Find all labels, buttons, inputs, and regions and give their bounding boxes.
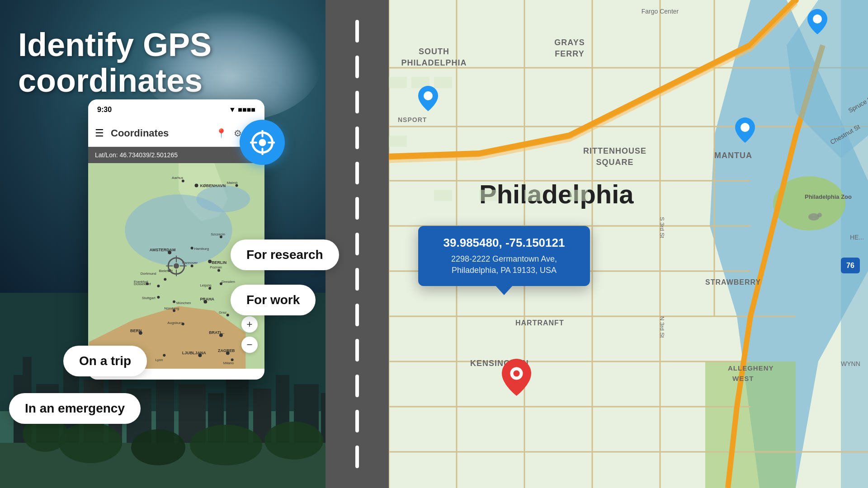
map-pin-2[interactable] [418, 86, 438, 113]
svg-point-155 [424, 91, 433, 100]
svg-rect-3 [23, 357, 32, 375]
svg-point-154 [813, 14, 822, 23]
svg-text:Milano: Milano [223, 361, 234, 365]
svg-point-28 [182, 180, 184, 183]
phone-toolbar: ☰ Coordinates 📍 ⚙ ⋮ [88, 120, 264, 147]
svg-point-40 [157, 296, 160, 299]
svg-text:N 3rd St: N 3rd St [659, 316, 665, 338]
location-info-popup: 39.985480, -75.150121 2298-2222 Germanto… [418, 226, 590, 286]
svg-text:HE...: HE... [850, 234, 864, 241]
svg-text:Aarhus: Aarhus [172, 176, 183, 180]
phone-status-bar: 9:30 ▼ ■■■■ [88, 99, 264, 120]
svg-text:PHILADELPHIA: PHILADELPHIA [401, 58, 467, 67]
svg-text:Lyon: Lyon [156, 358, 163, 362]
svg-text:Poznan: Poznan [210, 265, 222, 269]
zoom-out-button[interactable]: − [241, 337, 258, 353]
svg-text:MANTUA: MANTUA [714, 151, 752, 160]
svg-text:LJUBLJANA: LJUBLJANA [182, 351, 206, 355]
svg-rect-147 [389, 136, 407, 147]
svg-point-22 [264, 422, 323, 460]
svg-text:FERRY: FERRY [555, 49, 584, 58]
svg-text:HARTRANFT: HARTRANFT [515, 319, 564, 327]
svg-point-156 [741, 123, 750, 132]
blue-pin-2-icon [418, 86, 438, 111]
svg-text:AMSTERDAM: AMSTERDAM [150, 248, 176, 252]
svg-point-19 [59, 422, 122, 463]
coordinates-text: Lat/Lon: 46.734039/2.501265 [95, 151, 178, 159]
svg-text:München: München [176, 301, 191, 305]
svg-text:Dresden: Dresden [222, 280, 235, 284]
phone-mockup: 9:30 ▼ ■■■■ ☰ Coordinates 📍 ⚙ ⋮ Lat/Lon:… [88, 99, 264, 380]
popup-coordinates: 39.985480, -75.150121 [432, 236, 576, 250]
svg-point-25 [197, 185, 250, 212]
phone-time: 9:30 [97, 106, 112, 114]
chip-emergency: In an emergency [9, 393, 141, 424]
svg-point-158 [514, 371, 520, 377]
svg-text:PRAHA: PRAHA [200, 297, 214, 301]
headline: Identify GPS coordinates [18, 27, 212, 99]
svg-text:Leipzig: Leipzig [200, 283, 211, 287]
svg-text:BERN: BERN [130, 328, 142, 333]
map-pin-red[interactable] [502, 359, 531, 398]
hamburger-icon[interactable]: ☰ [95, 127, 104, 139]
svg-point-64 [157, 285, 160, 287]
svg-text:SQUARE: SQUARE [596, 158, 633, 167]
svg-text:Augsburg: Augsburg [167, 321, 183, 325]
svg-text:RITTENHOUSE: RITTENHOUSE [583, 146, 646, 155]
svg-text:Nürnberg: Nürnberg [164, 306, 179, 310]
svg-rect-151 [570, 190, 588, 201]
svg-rect-148 [434, 190, 452, 201]
svg-text:ZAGREB: ZAGREB [218, 348, 235, 353]
app-title: Coordinates [111, 127, 209, 139]
svg-point-58 [191, 265, 193, 267]
svg-text:Fargo Center: Fargo Center [642, 8, 679, 15]
svg-text:76: 76 [846, 262, 854, 269]
svg-text:S 3rd St: S 3rd St [659, 217, 665, 238]
crosshair-icon [250, 130, 275, 155]
right-panel: SOUTH PHILADELPHIA GRAYS FERRY NSPORT RI… [344, 0, 868, 488]
gps-locate-button[interactable] [240, 120, 285, 165]
svg-point-42 [173, 300, 175, 303]
svg-point-83 [174, 263, 179, 269]
chip-on-a-trip: On a trip [63, 346, 147, 376]
map-pin-1[interactable] [807, 9, 827, 36]
svg-text:ALLEGHENY: ALLEGHENY [728, 364, 774, 372]
svg-text:KØBENHAVN: KØBENHAVN [200, 183, 226, 188]
left-panel: Identify GPS coordinates 9:30 ▼ ■■■■ ☰ C… [0, 0, 344, 488]
svg-text:NSPORT: NSPORT [398, 116, 427, 123]
svg-text:SOUTH: SOUTH [419, 47, 449, 56]
location-pin-icon[interactable]: 📍 [216, 128, 227, 139]
svg-point-20 [131, 429, 185, 465]
svg-text:Philadelphia Zoo: Philadelphia Zoo [805, 193, 852, 200]
svg-text:Hamburg: Hamburg [194, 247, 209, 251]
map-pin-3[interactable] [735, 117, 755, 145]
blue-pin-3-icon [735, 117, 755, 143]
svg-point-34 [208, 260, 212, 263]
svg-point-89 [259, 139, 266, 146]
zoom-in-button[interactable]: + [241, 316, 258, 333]
svg-text:Malmö: Malmö [227, 181, 238, 185]
svg-text:Stuttgart: Stuttgart [142, 296, 156, 300]
popup-address: 2298-2222 Germantown Ave, Philadelphia, … [432, 253, 576, 276]
svg-text:Düsseldorf: Düsseldorf [134, 282, 151, 286]
phone-coordinates-bar: Lat/Lon: 46.734039/2.501265 ⋮ [88, 147, 264, 163]
headline-line2: coordinates [18, 62, 203, 99]
svg-point-32 [191, 247, 193, 249]
svg-point-78 [226, 314, 229, 316]
blue-pin-icon [807, 9, 827, 34]
svg-point-62 [164, 278, 166, 281]
svg-rect-143 [389, 77, 407, 88]
svg-text:STRAWBERRY: STRAWBERRY [705, 278, 761, 286]
svg-point-21 [190, 425, 262, 465]
svg-text:GRAYS: GRAYS [554, 38, 585, 47]
chip-for-work: For work [231, 285, 316, 315]
svg-rect-149 [479, 190, 497, 201]
svg-rect-150 [524, 190, 542, 201]
svg-text:Szczecin: Szczecin [211, 232, 225, 236]
svg-text:Dortmund: Dortmund [141, 272, 156, 276]
svg-text:WEST: WEST [732, 375, 754, 382]
chip-for-research: For research [231, 239, 339, 270]
svg-text:WYNN: WYNN [841, 360, 860, 367]
svg-text:BRATI...: BRATI... [209, 330, 224, 335]
svg-text:Graz: Graz [219, 310, 226, 314]
